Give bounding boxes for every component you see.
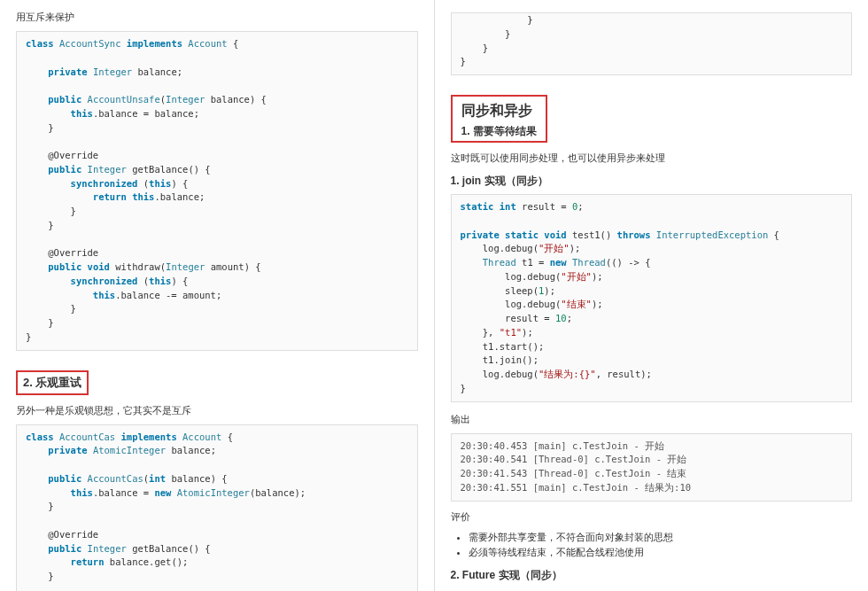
eval-bullets: 需要外部共享变量，不符合面向对象封装的思想 必须等待线程结束，不能配合线程池使用 xyxy=(451,531,853,559)
section-2-title: 2. 乐观重试 xyxy=(16,370,89,395)
heading-box: 同步和异步 1. 需要等待结果 xyxy=(451,95,547,143)
section-2-desc: 另外一种是乐观锁思想，它其实不是互斥 xyxy=(16,404,418,417)
code-block-join: static int result = 0; private static vo… xyxy=(451,194,853,402)
right-column: } } } } 同步和异步 1. 需要等待结果 这时既可以使用同步处理，也可以使… xyxy=(435,0,869,591)
bullet-item: 必须等待线程结束，不能配合线程池使用 xyxy=(469,546,853,559)
page-container: 用互斥来保护 class AccountSync implements Acco… xyxy=(0,0,868,591)
desc-line: 这时既可以使用同步处理，也可以使用异步来处理 xyxy=(451,152,853,165)
need-wait-title: 1. 需要等待结果 xyxy=(461,124,537,139)
join-title: 1. join 实现（同步） xyxy=(451,174,853,189)
left-column: 用互斥来保护 class AccountSync implements Acco… xyxy=(0,0,434,591)
output-block: 20:30:40.453 [main] c.TestJoin - 开始 20:3… xyxy=(451,433,853,502)
bullet-item: 需要外部共享变量，不符合面向对象封装的思想 xyxy=(469,531,853,544)
future-title: 2. Future 实现（同步） xyxy=(451,568,853,583)
code-block-accountcas: class AccountCas implements Account { pr… xyxy=(16,424,418,592)
eval-label: 评价 xyxy=(451,510,853,524)
intro-text: 用互斥来保护 xyxy=(16,11,418,24)
sync-async-title: 同步和异步 xyxy=(461,102,537,121)
code-block-accountsync: class AccountSync implements Account { p… xyxy=(16,31,418,351)
output-label: 输出 xyxy=(451,413,853,426)
code-block-tail: } } } } xyxy=(451,12,853,75)
